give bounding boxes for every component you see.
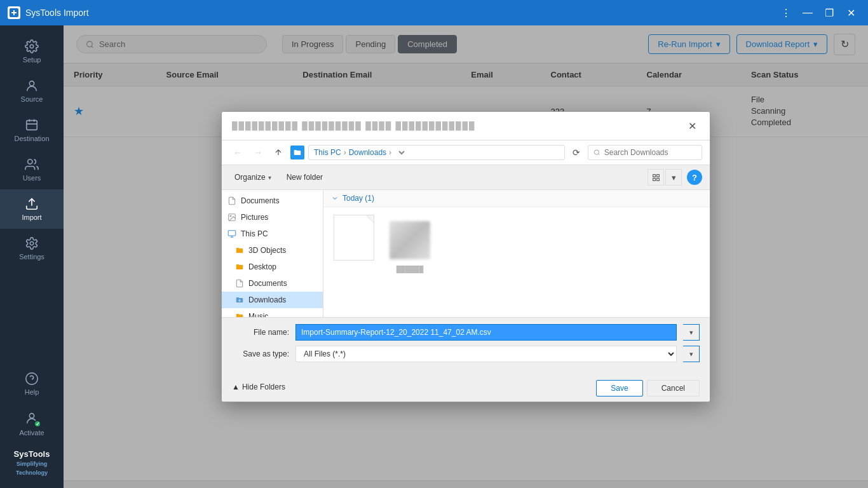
import-label: Import xyxy=(22,214,41,221)
footer-actions: Save Cancel xyxy=(596,380,700,396)
svg-point-4 xyxy=(28,159,32,164)
pictures-icon xyxy=(227,212,237,222)
nav-back-button[interactable]: ← xyxy=(229,144,246,161)
footer-row-saveas: Save as type: All Files (*.*) ▾ xyxy=(232,346,700,362)
hide-folders-button[interactable]: ▲ Hide Folders xyxy=(232,383,285,391)
footer-row-filename: File name: ▾ xyxy=(232,324,700,341)
svg-rect-3 xyxy=(27,121,37,130)
save-as-select[interactable]: All Files (*.*) xyxy=(295,346,677,362)
sidebar-item-settings[interactable]: Settings xyxy=(0,229,64,268)
setup-icon xyxy=(25,39,39,53)
dialog-nav: ← → This PC › Downloads › ⟳ xyxy=(222,140,710,165)
sidebar-item-destination[interactable]: Destination xyxy=(0,111,64,150)
sidebar: Setup Source Destination Users Import Se… xyxy=(0,25,64,488)
sidebar-item-source[interactable]: Source xyxy=(0,71,64,111)
activate-badge: ✓ xyxy=(34,420,41,428)
tree-item-documents[interactable]: Documents xyxy=(222,193,323,209)
view-toggle-button[interactable] xyxy=(648,169,664,186)
file-name-input[interactable] xyxy=(295,324,677,341)
tree-item-thispc[interactable]: This PC xyxy=(222,226,323,242)
users-label: Users xyxy=(23,174,41,182)
tree-label-desktop: Desktop xyxy=(248,262,276,271)
app-icon xyxy=(8,6,20,19)
title-bar: SysTools Import ⋮ — ❐ ✕ xyxy=(0,0,868,25)
view-grid-icon xyxy=(652,173,660,182)
cancel-button[interactable]: Cancel xyxy=(647,380,700,396)
svg-point-6 xyxy=(30,241,34,245)
dialog-search-icon xyxy=(593,149,600,156)
tree-item-downloads[interactable]: Downloads xyxy=(222,292,323,308)
file-name-dropdown[interactable]: ▾ xyxy=(683,324,700,341)
help-label: Help xyxy=(25,388,39,396)
svg-point-19 xyxy=(230,215,231,217)
destination-label: Destination xyxy=(14,135,49,142)
sidebar-item-activate[interactable]: ✓ Activate xyxy=(0,403,64,444)
close-button[interactable]: ✕ xyxy=(841,4,860,22)
settings-icon xyxy=(25,236,39,250)
path-item-downloads[interactable]: Downloads xyxy=(349,148,386,157)
destination-icon xyxy=(25,118,39,132)
view-buttons: ▾ xyxy=(648,169,682,186)
sidebar-item-import[interactable]: Import xyxy=(0,189,64,229)
tree-label-documents2: Documents xyxy=(248,279,287,288)
tree-label-3dobjects: 3D Objects xyxy=(248,246,286,255)
dialog-footer: File name: ▾ Save as type: All Files (*.… xyxy=(222,317,710,374)
path-refresh-button[interactable]: ⟳ xyxy=(569,146,584,159)
svg-point-1 xyxy=(30,44,34,48)
dialog-close-button[interactable]: ✕ xyxy=(684,118,700,133)
svg-point-7 xyxy=(26,373,37,384)
svg-rect-15 xyxy=(656,174,659,177)
organize-button[interactable]: Organize ▾ xyxy=(229,170,276,184)
path-folder-icon xyxy=(290,146,304,159)
desktop-icon xyxy=(234,262,245,272)
tree-item-pictures[interactable]: Pictures xyxy=(222,209,323,226)
tree-item-music[interactable]: Music xyxy=(222,308,323,317)
path-item-thispc[interactable]: This PC xyxy=(314,148,341,157)
3d-objects-icon xyxy=(234,245,245,255)
dialog-title-bar: ██████████ █████████ ████ ████████████ ✕ xyxy=(222,112,710,140)
dialog-help-button[interactable]: ? xyxy=(687,170,702,185)
path-sep-1: › xyxy=(344,148,346,157)
minimize-button[interactable]: — xyxy=(798,4,817,22)
hide-folders-arrow: ▲ xyxy=(232,383,240,391)
file-name-2: ██████ xyxy=(397,266,424,273)
file-area: Today (1) ██████ xyxy=(323,190,710,317)
dialog-body: Documents Pictures This PC xyxy=(222,190,710,317)
new-folder-button[interactable]: New folder xyxy=(281,170,328,184)
maximize-button[interactable]: ❐ xyxy=(820,4,839,22)
nav-forward-button[interactable]: → xyxy=(250,144,266,161)
more-options-button[interactable]: ⋮ xyxy=(776,4,796,22)
view-dropdown-button[interactable]: ▾ xyxy=(665,169,682,186)
brand-logo: SysTools Simplifying Technology xyxy=(0,444,64,482)
tree-label-downloads: Downloads xyxy=(248,295,286,304)
tree-label-music: Music xyxy=(248,312,268,317)
sidebar-tree: Documents Pictures This PC xyxy=(222,190,323,317)
tree-label-thispc: This PC xyxy=(241,229,268,238)
file-item-1[interactable] xyxy=(331,215,377,263)
downloads-folder-icon xyxy=(234,295,245,305)
dialog-overlay: ██████████ █████████ ████ ████████████ ✕… xyxy=(64,25,868,488)
dialog-footer-bottom: ▲ Hide Folders Save Cancel xyxy=(222,374,710,402)
svg-rect-16 xyxy=(653,178,655,180)
tree-item-3dobjects[interactable]: 3D Objects xyxy=(222,242,323,259)
sidebar-item-setup[interactable]: Setup xyxy=(0,32,64,71)
settings-label: Settings xyxy=(19,253,44,261)
import-icon xyxy=(25,197,39,211)
file-item-2[interactable]: ██████ xyxy=(387,217,433,273)
save-button[interactable]: Save xyxy=(596,380,642,396)
tree-item-documents2[interactable]: Documents xyxy=(222,275,323,292)
save-as-dropdown[interactable]: ▾ xyxy=(683,346,700,362)
path-sep-2: › xyxy=(389,148,391,157)
path-dropdown[interactable] xyxy=(394,148,407,157)
sidebar-item-users[interactable]: Users xyxy=(0,150,64,189)
tree-item-desktop[interactable]: Desktop xyxy=(222,259,323,275)
search-bar-dialog[interactable] xyxy=(588,145,702,160)
this-pc-icon xyxy=(227,229,237,239)
file-grid: ██████ xyxy=(323,207,710,280)
documents-icon xyxy=(227,196,237,206)
music-icon xyxy=(234,311,245,317)
sidebar-item-help[interactable]: Help xyxy=(0,364,64,403)
group-header-today[interactable]: Today (1) xyxy=(323,190,710,207)
nav-up-button[interactable] xyxy=(270,144,287,161)
dialog-search-input[interactable] xyxy=(604,148,696,157)
